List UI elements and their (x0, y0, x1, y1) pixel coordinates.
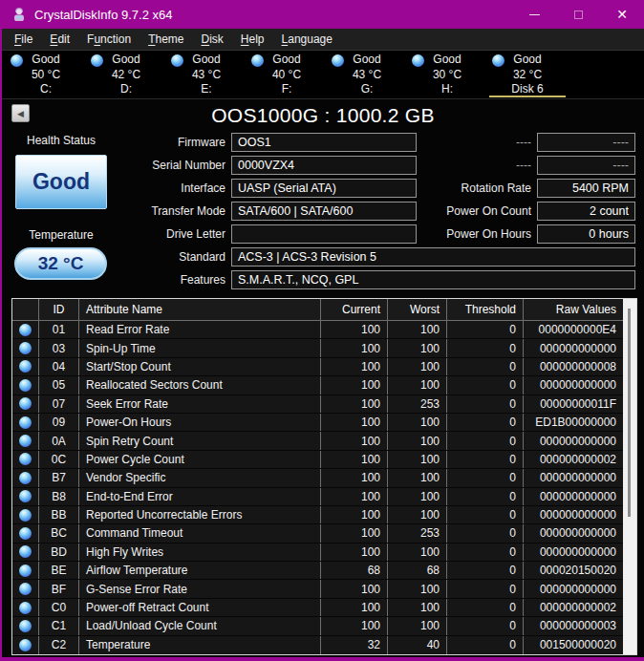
attribute-id: BE (39, 562, 79, 579)
attribute-threshold: 0 (447, 321, 524, 338)
drive-tab-bar: Good 50 °C C: Good 42 °C D: Good 43 °C E… (2, 51, 644, 99)
attribute-current: 100 (321, 451, 388, 468)
health-status-label: Health Status (2, 134, 120, 147)
table-row[interactable]: BB Reported Uncorrectable Errors 100 100… (12, 506, 623, 524)
attribute-threshold: 0 (447, 524, 524, 542)
table-row[interactable]: 0A Spin Retry Count 100 100 0 0000000000… (12, 432, 623, 450)
attribute-threshold: 0 (447, 432, 524, 449)
attribute-raw-values: 000000000000 (524, 432, 623, 449)
row-status-cell (12, 562, 39, 579)
field-row: ---- ---- (422, 156, 635, 175)
menu-item[interactable]: File (6, 29, 41, 50)
attribute-status-orb-icon (19, 397, 32, 410)
drive-tab[interactable]: Good 43 °C E: (166, 51, 247, 98)
field-value: 2 count (537, 202, 635, 221)
field-label: ---- (422, 136, 537, 149)
table-row[interactable]: B8 End-to-End Error 100 100 0 0000000000… (12, 488, 623, 506)
row-status-cell (12, 321, 39, 338)
drive-tab[interactable]: Good 42 °C D: (86, 51, 166, 98)
table-row[interactable]: 05 Reallocated Sectors Count 100 100 0 0… (12, 376, 623, 394)
field-value: ACS-3 | ACS-3 Revision 5 (231, 247, 635, 267)
field-label: Transfer Mode (117, 204, 231, 218)
attribute-name: Airflow Temperature (79, 562, 321, 579)
attribute-name: Command Timeout (79, 524, 321, 542)
table-row[interactable]: BF G-Sense Error Rate 100 100 0 00000000… (12, 580, 623, 598)
temperature-label: Temperature (2, 228, 120, 242)
attribute-name: G-Sense Error Rate (79, 580, 321, 597)
attribute-name: Power-On Hours (79, 414, 321, 431)
menu-item[interactable]: Edit (41, 29, 78, 50)
field-value: ---- (537, 133, 635, 152)
titlebar: CrystalDiskInfo 9.7.2 x64 ✕ (2, 0, 644, 29)
row-status-cell (12, 488, 39, 505)
attribute-threshold: 0 (447, 617, 524, 634)
menu-item[interactable]: Theme (140, 29, 192, 50)
table-row[interactable]: C1 Load/Unload Cycle Count 100 100 0 000… (12, 617, 623, 635)
row-status-cell (12, 432, 39, 449)
attribute-threshold: 0 (447, 376, 524, 394)
attribute-threshold: 0 (447, 469, 524, 486)
table-row[interactable]: 0C Power Cycle Count 100 100 0 000000000… (12, 451, 623, 469)
attribute-current: 32 (321, 636, 388, 654)
table-scrollbar[interactable] (623, 299, 636, 654)
scrollbar-thumb[interactable] (628, 309, 631, 517)
smart-table-header: ID Attribute Name Current Worst Threshol… (12, 299, 623, 321)
row-status-cell (12, 339, 39, 356)
drive-tab[interactable]: Good 30 °C H: (407, 51, 487, 98)
attribute-worst: 100 (388, 506, 447, 523)
menu-item[interactable]: Disk (193, 29, 232, 50)
table-row[interactable]: BC Command Timeout 100 253 0 00000000000… (12, 524, 623, 543)
table-row[interactable]: 07 Seek Error Rate 100 253 0 00000000011… (12, 395, 623, 414)
attribute-raw-values: 000000000003 (524, 617, 623, 634)
tab-drive-label: F: (247, 82, 327, 97)
table-row[interactable]: BD High Fly Writes 100 100 0 00000000000… (12, 544, 623, 562)
header-status (12, 299, 39, 320)
attribute-status-orb-icon (19, 527, 32, 540)
table-row[interactable]: C0 Power-off Retract Count 100 100 0 000… (12, 599, 623, 617)
field-row: Rotation Rate 5400 RPM (422, 179, 635, 198)
drive-tab[interactable]: Good 50 °C C: (6, 51, 86, 98)
attribute-status-orb-icon (19, 435, 32, 447)
drive-tab[interactable]: Good 32 °C Disk 6 (487, 51, 568, 98)
field-row: Power On Hours 0 hours (422, 224, 635, 244)
table-row[interactable]: 09 Power-On Hours 100 100 0 ED1B00000000 (12, 414, 623, 432)
attribute-raw-values: 000000000002 (524, 451, 623, 468)
attribute-threshold: 0 (447, 544, 524, 561)
attribute-current: 100 (321, 617, 388, 634)
maximize-icon[interactable] (556, 0, 600, 29)
menu-item[interactable]: Help (232, 29, 273, 50)
attribute-id: 07 (39, 395, 79, 413)
table-row[interactable]: C2 Temperature 32 40 0 001500000020 (12, 636, 623, 654)
row-status-cell (12, 544, 39, 561)
attribute-current: 100 (321, 321, 388, 338)
drive-tab[interactable]: Good 43 °C G: (327, 51, 407, 98)
menu-item[interactable]: Function (78, 29, 140, 50)
attribute-status-orb-icon (19, 565, 32, 577)
attribute-name: Vendor Specific (79, 469, 321, 486)
attribute-worst: 100 (388, 488, 447, 505)
attribute-id: BB (39, 506, 79, 523)
menu-item[interactable]: Language (273, 29, 341, 50)
table-row[interactable]: B7 Vendor Specific 100 100 0 00000000000… (12, 469, 623, 487)
field-value: 0 hours (537, 224, 635, 244)
window-controls: ✕ (512, 0, 644, 29)
attribute-worst: 100 (388, 599, 447, 616)
drive-tab[interactable]: Good 40 °C F: (247, 51, 327, 98)
close-icon[interactable]: ✕ (600, 0, 644, 29)
attribute-id: B8 (39, 488, 79, 505)
row-status-cell (12, 599, 39, 616)
attribute-name: High Fly Writes (79, 544, 321, 561)
tab-drive-label: D: (86, 82, 166, 97)
attribute-threshold: 0 (447, 580, 524, 597)
attribute-name: Power-off Retract Count (79, 599, 321, 616)
attribute-status-orb-icon (19, 416, 32, 429)
disk-status-orb-icon (492, 54, 504, 67)
minimize-icon[interactable] (512, 0, 556, 29)
attribute-current: 100 (321, 395, 388, 413)
field-row: Firmware OOS1 (117, 133, 417, 152)
table-row[interactable]: 01 Read Error Rate 100 100 0 0000000000E… (12, 321, 623, 339)
table-row[interactable]: 03 Spin-Up Time 100 100 0 000000000000 (12, 339, 623, 357)
field-value: UASP (Serial ATA) (231, 179, 417, 198)
table-row[interactable]: 04 Start/Stop Count 100 100 0 0000000000… (12, 358, 623, 376)
table-row[interactable]: BE Airflow Temperature 68 68 0 000020150… (12, 562, 623, 580)
